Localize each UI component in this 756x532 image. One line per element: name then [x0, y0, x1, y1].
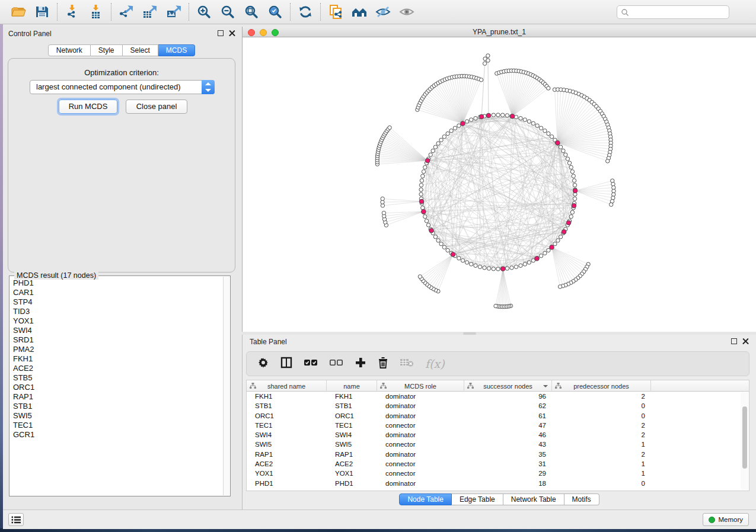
table-cell[interactable]: 31 [464, 459, 552, 469]
table-cell[interactable]: YOX1 [247, 469, 327, 478]
table-cell[interactable]: 43 [464, 440, 552, 449]
settings-gear-button[interactable] [257, 357, 269, 371]
deselect-all-button[interactable] [329, 358, 343, 370]
table-row[interactable]: SWI4SWI4dominator462 [247, 430, 741, 440]
table-cell[interactable]: dominator [377, 430, 464, 440]
table-cell[interactable]: 46 [464, 430, 552, 440]
mcds-result-item[interactable]: PHD1 [9, 278, 223, 288]
table-cell[interactable]: ACE2 [247, 459, 327, 469]
copy-network-button[interactable] [326, 3, 345, 21]
table-cell[interactable]: TEC1 [247, 421, 327, 430]
network-graph[interactable] [243, 37, 756, 332]
table-cell[interactable]: STB1 [327, 401, 377, 411]
table-scrollbar[interactable] [741, 392, 748, 490]
table-cell[interactable]: dominator [377, 411, 464, 421]
table-row[interactable]: YOX1YOX1connector291 [247, 469, 741, 478]
first-neighbors-button[interactable] [350, 3, 369, 21]
column-header-shared-name[interactable]: shared name [247, 380, 327, 392]
column-header-MCDS-role[interactable]: MCDS role [377, 380, 464, 392]
table-cell[interactable]: 62 [464, 401, 552, 411]
table-row[interactable]: TEC1TEC1connector472 [247, 421, 741, 430]
zoom-in-button[interactable] [194, 3, 213, 21]
mcds-result-item[interactable]: TID3 [9, 307, 223, 316]
split-panel-button[interactable] [280, 357, 292, 371]
close-icon[interactable] [229, 30, 235, 36]
mcds-result-item[interactable]: SWI4 [9, 326, 223, 335]
table-row[interactable]: STB1STB1dominator620 [247, 401, 741, 411]
mcds-result-item[interactable]: YOX1 [9, 316, 223, 326]
table-cell[interactable]: SWI4 [327, 430, 377, 440]
table-cell[interactable]: connector [377, 469, 464, 478]
save-session-button[interactable] [33, 3, 52, 21]
table-cell[interactable]: 47 [464, 421, 552, 430]
table-cell[interactable]: RAP1 [247, 450, 327, 459]
mcds-result-item[interactable]: STB5 [9, 373, 223, 383]
table-cell[interactable]: FKH1 [327, 392, 377, 401]
table-cell[interactable]: YOX1 [327, 469, 377, 478]
table-cell[interactable]: 35 [464, 450, 552, 459]
table-cell[interactable]: SWI5 [247, 440, 327, 449]
mcds-result-item[interactable]: SWI5 [9, 411, 223, 421]
table-cell[interactable]: dominator [377, 392, 464, 401]
table-row[interactable]: PHD1PHD1dominator180 [247, 479, 741, 488]
run-mcds-button[interactable]: Run MCDS [59, 100, 117, 114]
open-folder-button[interactable] [9, 3, 28, 21]
tab-edge-table[interactable]: Edge Table [452, 493, 503, 505]
mcds-result-item[interactable]: STP4 [9, 297, 223, 307]
table-row[interactable]: ACE2ACE2connector311 [247, 459, 741, 469]
table-body[interactable]: FKH1FKH1dominator962STB1STB1dominator620… [247, 392, 741, 491]
tab-select[interactable]: Select [123, 44, 158, 56]
zoom-out-button[interactable] [218, 3, 237, 21]
table-cell[interactable]: SWI5 [327, 440, 377, 449]
search-box[interactable] [617, 5, 729, 19]
table-cell[interactable]: connector [377, 440, 464, 449]
column-header-name[interactable]: name [327, 380, 377, 392]
show-panels-button[interactable] [8, 513, 24, 526]
delete-column-button[interactable] [378, 357, 388, 371]
export-image-button[interactable] [164, 3, 183, 21]
table-cell[interactable]: dominator [377, 450, 464, 459]
mcds-result-item[interactable]: FKH1 [9, 354, 223, 364]
table-cell[interactable]: SWI4 [247, 430, 327, 440]
export-table-button[interactable] [141, 3, 160, 21]
table-cell[interactable]: TEC1 [327, 421, 377, 430]
add-column-button[interactable] [355, 357, 366, 371]
select-all-button[interactable] [304, 358, 318, 370]
table-cell[interactable]: 96 [464, 392, 552, 401]
table-cell[interactable]: PHD1 [327, 479, 377, 488]
mcds-result-item[interactable]: ACE2 [9, 364, 223, 373]
mcds-list-scrollbar[interactable] [223, 277, 229, 495]
table-scrollbar-thumb[interactable] [742, 406, 747, 469]
float-icon[interactable] [731, 338, 737, 344]
column-header-predecessor-nodes[interactable]: predecessor nodes [552, 380, 651, 392]
table-cell[interactable]: PHD1 [247, 479, 327, 488]
tab-mcds[interactable]: MCDS [158, 44, 195, 56]
table-cell[interactable]: 2 [552, 430, 651, 440]
table-cell[interactable]: STB1 [247, 401, 327, 411]
table-cell[interactable]: 29 [464, 469, 552, 478]
table-cell[interactable]: 0 [552, 411, 651, 421]
table-cell[interactable]: FKH1 [247, 392, 327, 401]
tab-network-table[interactable]: Network Table [503, 493, 564, 505]
tab-style[interactable]: Style [91, 44, 123, 56]
mcds-result-item[interactable]: STB1 [9, 402, 223, 411]
table-cell[interactable]: 2 [552, 421, 651, 430]
refresh-button[interactable] [296, 3, 315, 21]
zoom-selected-button[interactable] [266, 3, 285, 21]
tab-motifs[interactable]: Motifs [564, 493, 599, 505]
table-cell[interactable]: 1 [552, 440, 651, 449]
zoom-fit-button[interactable] [242, 3, 261, 21]
close-icon[interactable] [742, 338, 749, 344]
table-cell[interactable]: connector [377, 459, 464, 469]
table-cell[interactable]: 2 [552, 392, 651, 401]
table-cell[interactable]: ORC1 [247, 411, 327, 421]
show-all-button[interactable] [397, 3, 416, 21]
mcds-result-item[interactable]: SRD1 [9, 335, 223, 345]
node-table[interactable]: shared namenameMCDS rolesuccessor nodesp… [246, 380, 749, 491]
table-cell[interactable]: 61 [464, 411, 552, 421]
table-row[interactable]: RAP1RAP1dominator352 [247, 450, 741, 459]
table-cell[interactable]: connector [377, 421, 464, 430]
table-cell[interactable]: 1 [552, 459, 651, 469]
table-cell[interactable]: dominator [377, 479, 464, 488]
import-table-button[interactable] [87, 3, 106, 21]
